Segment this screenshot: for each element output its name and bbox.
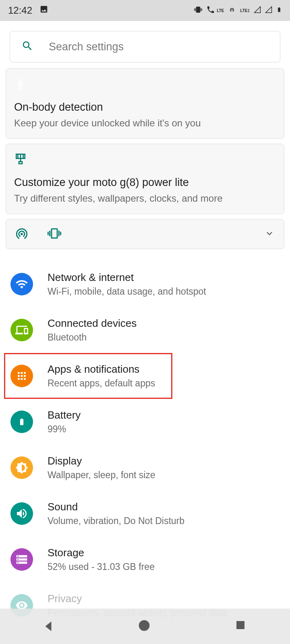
nav-back[interactable] — [41, 619, 56, 634]
hotspot-toggle-icon — [15, 227, 29, 242]
svg-point-5 — [21, 375, 23, 377]
search-settings[interactable]: Search settings — [10, 31, 280, 62]
status-time: 12:42 — [8, 5, 32, 16]
card-title: Customize your moto g(8) power lite — [14, 176, 276, 189]
svg-point-1 — [18, 372, 20, 374]
search-placeholder: Search settings — [49, 41, 124, 53]
signal-icon-2 — [265, 6, 272, 15]
svg-point-7 — [18, 378, 20, 380]
setting-subtitle: 52% used - 31.03 GB free — [48, 561, 280, 572]
card-title: On-body detection — [14, 101, 276, 114]
setting-title: Apps & notifications — [48, 363, 280, 376]
svg-point-8 — [21, 378, 23, 380]
setting-subtitle: Recent apps, default apps — [48, 378, 280, 389]
devices-icon — [10, 319, 33, 341]
card-onbody-detection[interactable]: On-body detection Keep your device unloc… — [6, 68, 284, 139]
setting-apps-notifications[interactable]: Apps & notifications Recent apps, defaul… — [5, 353, 285, 399]
nav-home[interactable] — [138, 619, 152, 634]
setting-title: Connected devices — [48, 317, 280, 330]
lte-label-1: LTE — [217, 8, 224, 13]
setting-title: Network & internet — [48, 271, 280, 284]
svg-point-10 — [139, 620, 150, 631]
gallery-icon — [39, 5, 48, 16]
setting-battery[interactable]: Battery 99% — [5, 399, 285, 445]
svg-point-3 — [24, 372, 26, 374]
vibrate-toggle-icon — [47, 227, 62, 242]
battery-circle-icon — [10, 411, 33, 433]
setting-subtitle: Volume, vibration, Do Not Disturb — [48, 516, 280, 526]
walk-icon — [14, 77, 276, 93]
search-icon — [21, 40, 33, 54]
setting-title: Battery — [48, 409, 280, 421]
card-subtitle: Keep your device unlocked while it's on … — [14, 118, 276, 129]
sound-icon — [10, 502, 33, 525]
setting-subtitle: Bluetooth — [48, 332, 280, 343]
nav-bar — [0, 609, 290, 644]
setting-subtitle: Wi-Fi, mobile, data usage, and hotspot — [48, 286, 280, 297]
storage-icon — [10, 548, 33, 571]
setting-title: Privacy — [48, 592, 280, 605]
lte-label-2: LTE‡ — [240, 8, 250, 13]
setting-subtitle: Wallpaper, sleep, font size — [48, 470, 280, 481]
wifi-calling-icon — [206, 5, 215, 16]
setting-network[interactable]: Network & internet Wi-Fi, mobile, data u… — [5, 261, 285, 307]
battery-icon — [276, 5, 282, 16]
wifi-icon — [10, 273, 33, 295]
settings-list: Network & internet Wi-Fi, mobile, data u… — [5, 261, 285, 628]
setting-display[interactable]: Display Wallpaper, sleep, font size — [5, 445, 285, 491]
apps-icon — [10, 365, 33, 387]
svg-point-6 — [24, 375, 26, 377]
setting-title: Sound — [48, 501, 280, 513]
nav-recent[interactable] — [234, 619, 249, 634]
setting-connected-devices[interactable]: Connected devices Bluetooth — [5, 307, 285, 353]
svg-point-2 — [21, 372, 23, 374]
svg-rect-11 — [236, 621, 244, 629]
svg-point-4 — [18, 375, 20, 377]
setting-title: Storage — [48, 547, 280, 559]
hotspot-icon — [228, 6, 236, 15]
card-subtitle: Try different styles, wallpapers, clocks… — [14, 193, 276, 204]
card-customize[interactable]: Customize your moto g(8) power lite Try … — [6, 144, 284, 214]
svg-point-9 — [24, 378, 26, 380]
signal-icon-1 — [254, 6, 261, 15]
setting-storage[interactable]: Storage 52% used - 31.03 GB free — [5, 537, 285, 582]
brightness-icon — [10, 456, 33, 479]
setting-title: Display — [48, 455, 280, 467]
setting-subtitle: 99% — [48, 424, 280, 435]
status-bar: 12:42 LTE LTE‡ — [0, 0, 290, 21]
chevron-down-icon — [264, 228, 275, 241]
vibrate-icon — [194, 6, 202, 15]
setting-sound[interactable]: Sound Volume, vibration, Do Not Disturb — [5, 491, 285, 537]
quick-toggle-card[interactable] — [6, 219, 284, 249]
brush-icon — [14, 152, 276, 168]
